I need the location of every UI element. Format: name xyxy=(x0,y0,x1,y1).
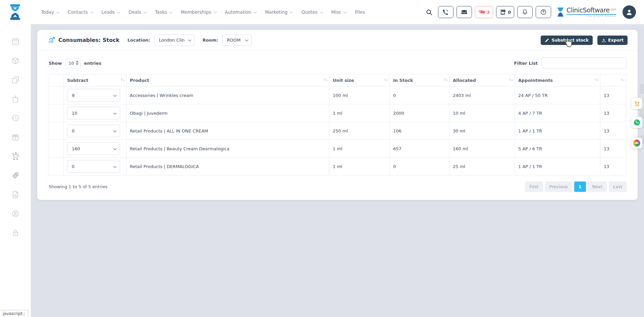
sidebar-item-security[interactable] xyxy=(11,228,20,237)
location-select[interactable]: London Clinic xyxy=(154,35,195,46)
help-button[interactable] xyxy=(536,6,551,18)
chevron-down-icon xyxy=(90,10,94,13)
subtract-quantity-select[interactable]: 0 xyxy=(67,124,120,137)
sidebar-item-reports[interactable] xyxy=(11,190,20,199)
sidebar-item-stock[interactable] xyxy=(11,56,20,65)
chevron-down-icon xyxy=(290,10,293,13)
select-all-header[interactable] xyxy=(49,74,64,87)
nav-item-memberships[interactable]: Memberships xyxy=(181,9,216,15)
sort-icon: ↑↓ xyxy=(620,78,625,82)
subtract-quantity-select[interactable]: 0 xyxy=(67,160,120,173)
column-header-allocated[interactable]: Allocated↑↓ xyxy=(449,74,515,87)
inbox-button[interactable] xyxy=(457,6,472,18)
sidebar-item-calendar[interactable]: 12 xyxy=(11,37,20,46)
chevron-down-icon xyxy=(320,10,323,13)
sidebar-item-gifts[interactable] xyxy=(11,133,20,142)
unit-size-cell: 1 ml xyxy=(329,140,390,158)
appointments-cell: 4 AP / 7 TR xyxy=(515,104,600,122)
nav-item-contacts[interactable]: Contacts xyxy=(68,9,93,15)
clinicsoftware-logo-icon[interactable] xyxy=(9,3,21,21)
stock-table: Subtract↑↓ Product↑↓ Unit size↑↓ In Stoc… xyxy=(49,74,627,175)
phone-button[interactable] xyxy=(438,6,453,18)
pagination-previous[interactable]: Previous xyxy=(545,181,572,192)
subtract-stock-button[interactable]: Substract stock xyxy=(541,36,592,45)
copy-pages-icon xyxy=(11,75,20,84)
column-header-unit-size[interactable]: Unit size↑↓ xyxy=(329,74,390,87)
nav-item-marketing[interactable]: Marketing xyxy=(265,9,292,15)
subtract-quantity-select[interactable]: 160 xyxy=(67,142,120,155)
clinicsoftware-brand[interactable]: ClinicSoftware.com TEN STEPS AHEAD xyxy=(557,7,616,17)
main-content: Consumables: Stock Location: London Clin… xyxy=(31,24,644,317)
pagination-last[interactable]: Last xyxy=(609,181,627,192)
subtract-quantity-select[interactable]: 9 xyxy=(67,89,120,102)
store-icon xyxy=(499,9,506,15)
nav-item-quotes[interactable]: Quotes xyxy=(301,9,322,15)
export-button[interactable]: Export xyxy=(597,36,628,45)
brand-tld: .com xyxy=(609,8,616,11)
table-controls: Show 10 entries Filter List xyxy=(37,51,638,74)
nav-item-today[interactable]: Today xyxy=(41,9,59,15)
sidebar-item-orders[interactable] xyxy=(11,94,20,104)
ai-assistant-icon: AI xyxy=(633,140,640,147)
floating-cart-widget[interactable] xyxy=(631,98,642,109)
product-cell: Retail Products | ALL IN ONE CREAM xyxy=(126,122,329,140)
card-header: Consumables: Stock Location: London Clin… xyxy=(37,30,638,51)
notifications-button[interactable] xyxy=(517,6,533,18)
sidebar-item-history[interactable] xyxy=(11,113,20,123)
column-header-appointments[interactable]: Appointments↑↓ xyxy=(515,74,600,87)
sort-icon: ↑↓ xyxy=(323,78,327,82)
table-row: 0 Retail Products | DERMALOGICA 1 ml 0 2… xyxy=(49,158,627,175)
allocated-cell: 25 ml xyxy=(449,158,515,175)
nav-item-deals[interactable]: Deals xyxy=(128,9,146,15)
filter-input[interactable] xyxy=(542,57,627,69)
table-row: 9 Accessories | Wrinkles cream 100 ml 0 … xyxy=(49,87,627,104)
cube-icon xyxy=(11,56,20,65)
sidebar-item-pricing[interactable]: $ xyxy=(11,171,20,180)
nav-item-files[interactable]: Files xyxy=(355,9,365,15)
extra-cell: 13 xyxy=(600,122,627,140)
subtract-quantity-select[interactable]: 10 xyxy=(67,107,120,119)
pagination-next[interactable]: Next xyxy=(588,181,607,192)
store-button[interactable]: 0 xyxy=(496,6,514,18)
gift-icon xyxy=(11,133,20,142)
chat-button[interactable]: 3 xyxy=(475,6,493,18)
chat-count-badge: 3 xyxy=(487,10,490,15)
allocated-cell: 10 ml xyxy=(449,104,515,122)
column-header-subtract[interactable]: Subtract↑↓ xyxy=(64,74,126,87)
edge-tab[interactable] xyxy=(640,84,644,94)
brand-hourglass-icon xyxy=(557,7,564,17)
search-button[interactable] xyxy=(424,6,435,18)
column-header-in-stock[interactable]: In Stock↑↓ xyxy=(390,74,449,87)
nav-item-automation[interactable]: Automation xyxy=(225,9,256,15)
pencil-icon xyxy=(545,38,549,43)
entries-summary: Showing 1 to 5 of 5 entries xyxy=(49,184,107,189)
floating-ai-widget[interactable]: AI xyxy=(631,138,642,149)
sort-icon: ↑↓ xyxy=(120,78,124,82)
pagination-page-1[interactable]: 1 xyxy=(574,181,586,192)
nav-item-misc[interactable]: Misc xyxy=(331,9,346,15)
location-label: Location: xyxy=(127,38,150,43)
nav-item-leads[interactable]: Leads xyxy=(102,9,119,15)
in-stock-cell: 2000 xyxy=(390,104,449,122)
sidebar-item-cart[interactable] xyxy=(11,152,20,161)
appointments-cell: 1 AP / 1 TR xyxy=(515,158,600,175)
nav-item-tasks[interactable]: Tasks xyxy=(155,9,172,15)
whatsapp-phone-icon xyxy=(633,119,641,126)
sort-icon: ↑↓ xyxy=(508,78,513,82)
floating-whatsapp-widget[interactable] xyxy=(631,117,642,128)
person-icon xyxy=(625,8,633,16)
sidebar-item-pages[interactable] xyxy=(11,75,20,85)
sidebar-item-account[interactable] xyxy=(11,209,20,218)
cart-widget-icon xyxy=(634,100,640,107)
pagination-first[interactable]: First xyxy=(525,181,543,192)
user-avatar[interactable] xyxy=(623,5,636,19)
room-select[interactable]: ROOM 1 xyxy=(222,35,252,46)
stock-chart-icon xyxy=(48,37,55,44)
svg-text:12: 12 xyxy=(14,41,17,44)
page-title: Consumables: Stock xyxy=(58,37,119,43)
unit-size-cell: 100 ml xyxy=(329,87,390,104)
show-entries-select[interactable]: 10 xyxy=(65,58,81,68)
column-header-extra[interactable]: ↑↓ xyxy=(600,74,627,87)
column-header-product[interactable]: Product↑↓ xyxy=(126,74,329,87)
chevron-down-icon xyxy=(56,10,60,13)
